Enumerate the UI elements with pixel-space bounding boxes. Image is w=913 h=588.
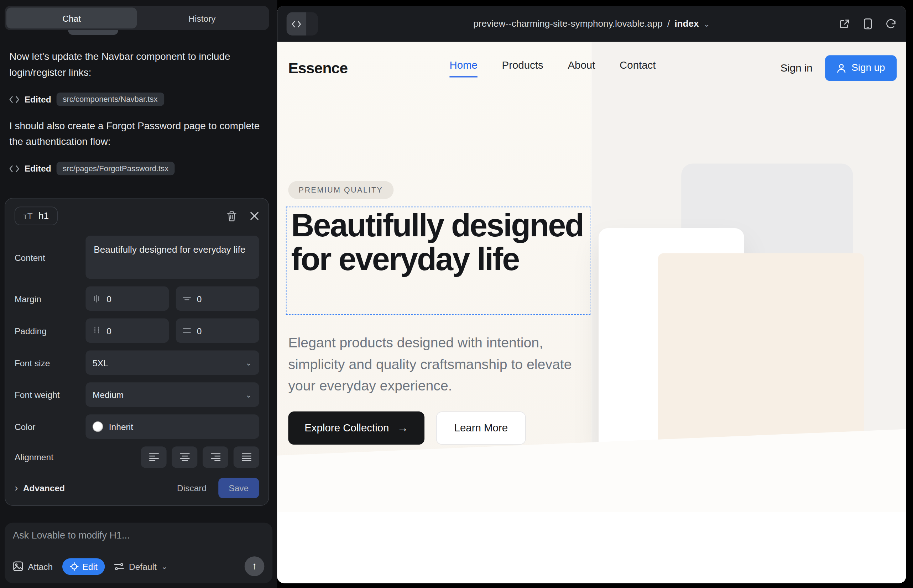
selected-element-tag: h1 (39, 211, 49, 221)
tab-chat[interactable]: Chat (6, 8, 137, 29)
explore-collection-label: Explore Collection (304, 422, 389, 434)
horizontal-padding-icon (183, 326, 191, 334)
hero-paragraph: Elegant products designed with intention… (288, 332, 580, 396)
nav-link-products[interactable]: Products (502, 59, 543, 77)
chat-message: I should also create a Forgot Password p… (9, 118, 260, 150)
attach-button[interactable]: Attach (13, 561, 53, 571)
discard-button[interactable]: Discard (177, 483, 207, 493)
code-view-toggle[interactable] (287, 12, 318, 35)
align-center-button[interactable] (172, 446, 197, 468)
arrow-right-icon: → (397, 422, 408, 435)
path-separator: / (667, 18, 670, 29)
align-center-icon (180, 453, 189, 462)
site-body-area (277, 512, 906, 583)
browser-toolbar: preview--charming-site-symphony.lovable.… (277, 6, 906, 42)
model-default-button[interactable]: Default ⌄ (114, 561, 168, 571)
padding-horizontal-input[interactable]: 0 (176, 318, 259, 343)
code-icon (9, 95, 19, 103)
sign-in-button[interactable]: Sign in (780, 62, 813, 74)
font-weight-label: Font weight (15, 390, 86, 400)
delete-element-button[interactable] (227, 210, 237, 221)
code-icon (9, 165, 19, 173)
chat-input[interactable] (13, 530, 264, 549)
alignment-field-label: Alignment (15, 452, 86, 462)
chat-messages: Now let's update the Navbar component to… (9, 49, 265, 187)
edit-mode-button[interactable]: Edit (62, 558, 105, 575)
code-icon (291, 20, 301, 27)
site-navbar: Essence Home Products About Contact Sign… (277, 42, 906, 94)
selected-element-outline[interactable]: Beautifully designed for everyday life (286, 207, 590, 315)
hero-heading[interactable]: Beautifully designed for everyday life (291, 208, 585, 276)
align-right-icon (210, 453, 220, 462)
sign-up-button[interactable]: Sign up (826, 55, 897, 81)
content-input[interactable]: Beautifully designed for everyday life (86, 236, 259, 279)
padding-vertical-input[interactable]: 0 (86, 318, 169, 343)
vertical-spacing-icon (92, 294, 101, 302)
font-size-label: Font size (15, 358, 86, 368)
site-logo[interactable]: Essence (288, 59, 348, 77)
color-swatch-icon (92, 422, 103, 432)
color-value: Inherit (109, 422, 133, 432)
padding-horizontal-value: 0 (197, 326, 202, 336)
refresh-icon (885, 18, 897, 29)
font-weight-select[interactable]: Medium ⌄ (86, 382, 259, 407)
align-left-button[interactable] (141, 446, 167, 468)
margin-horizontal-input[interactable]: 0 (176, 286, 259, 311)
font-weight-value: Medium (92, 390, 123, 400)
attach-label: Attach (28, 561, 53, 571)
horizontal-spacing-icon (183, 294, 191, 302)
tab-history[interactable]: History (137, 8, 267, 29)
typography-icon: тT (23, 211, 32, 221)
explore-collection-button[interactable]: Explore Collection → (288, 412, 424, 444)
edited-file-chip[interactable]: src/pages/ForgotPassword.tsx (56, 162, 175, 176)
page-name: index (674, 18, 699, 29)
url-bar[interactable]: preview--charming-site-symphony.lovable.… (473, 18, 710, 29)
save-button[interactable]: Save (218, 478, 259, 498)
chevron-down-icon: ⌄ (704, 19, 710, 29)
chat-panel: Chat History Now let's update the Navbar… (0, 0, 277, 588)
sign-up-label: Sign up (851, 62, 885, 74)
nav-link-home[interactable]: Home (449, 59, 478, 77)
font-size-select[interactable]: 5XL ⌄ (86, 350, 259, 375)
external-link-icon (839, 18, 850, 29)
padding-field-label: Padding (15, 326, 86, 336)
target-icon (70, 562, 78, 571)
advanced-label: Advanced (23, 483, 65, 493)
selected-element-pill[interactable]: тT h1 (15, 207, 58, 225)
close-icon (250, 212, 259, 221)
mobile-view-button[interactable] (863, 18, 873, 30)
send-button[interactable]: ↑ (244, 556, 265, 576)
learn-more-button[interactable]: Learn More (436, 412, 526, 444)
content-field-label: Content (15, 252, 86, 262)
font-size-value: 5XL (92, 358, 108, 368)
site-preview: PREMIUM QUALITY Beautifully designed for… (277, 42, 906, 583)
margin-vertical-input[interactable]: 0 (86, 286, 169, 311)
vertical-padding-icon (92, 326, 101, 334)
hero-section: PREMIUM QUALITY Beautifully designed for… (277, 42, 906, 512)
chevron-down-icon: ⌄ (245, 358, 252, 367)
chevron-down-icon: ⌄ (245, 390, 252, 399)
open-in-new-tab-button[interactable] (839, 18, 850, 29)
padding-vertical-value: 0 (107, 326, 112, 336)
nav-link-about[interactable]: About (568, 59, 595, 77)
preview-url: preview--charming-site-symphony.lovable.… (473, 18, 663, 29)
refresh-button[interactable] (885, 18, 897, 29)
element-inspector: тT h1 (5, 198, 269, 506)
advanced-toggle[interactable]: › Advanced (15, 482, 65, 494)
align-justify-button[interactable] (233, 446, 259, 468)
preview-window: preview--charming-site-symphony.lovable.… (277, 6, 906, 583)
trash-icon (227, 210, 237, 221)
sliders-icon (114, 562, 124, 571)
close-inspector-button[interactable] (250, 212, 259, 221)
edited-file-row: Edited src/components/Navbar.tsx (9, 92, 265, 106)
edited-file-chip[interactable]: src/components/Navbar.tsx (56, 92, 164, 106)
edited-label: Edited (24, 94, 51, 104)
premium-badge: PREMIUM QUALITY (288, 181, 393, 199)
color-select[interactable]: Inherit (86, 414, 259, 439)
user-icon (837, 63, 846, 73)
align-right-button[interactable] (202, 446, 228, 468)
panel-tabs: Chat History (5, 6, 269, 30)
margin-field-label: Margin (15, 294, 86, 304)
chevron-down-icon: ⌄ (161, 562, 168, 571)
nav-link-contact[interactable]: Contact (620, 59, 656, 77)
